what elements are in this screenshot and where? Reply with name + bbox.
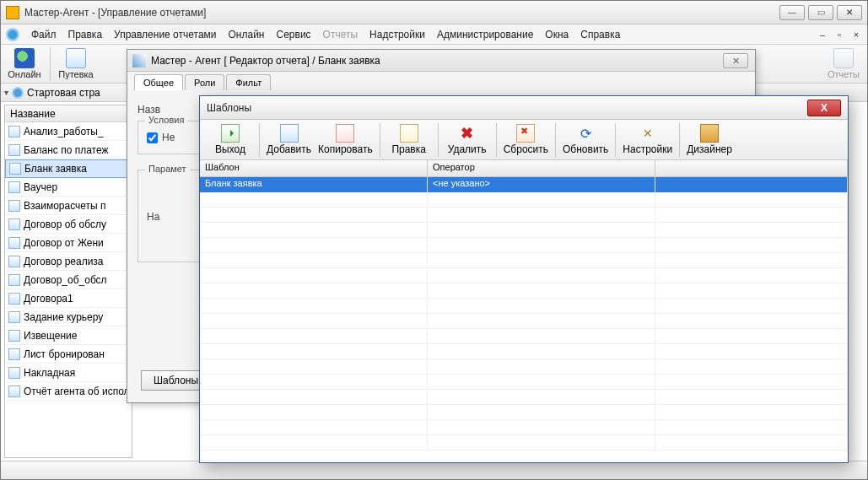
grid-row-empty[interactable] <box>200 238 848 253</box>
grid-row-empty[interactable] <box>200 192 848 208</box>
menu-reports-mgmt[interactable]: Управление отчетами <box>114 29 216 40</box>
tab-general[interactable]: Общее <box>134 74 183 90</box>
sidebar-item[interactable]: Взаиморасчеты п <box>5 197 132 215</box>
sidebar-item[interactable]: Баланс по платеж <box>5 141 132 159</box>
editor-icon <box>132 54 146 67</box>
chevron-down-icon[interactable]: ▾ <box>4 88 8 97</box>
sidebar-item[interactable]: Извещение <box>5 326 132 345</box>
grid-row-empty[interactable] <box>200 359 848 375</box>
grid-row[interactable]: Бланк заявка <не указано> <box>200 177 848 192</box>
toolbar-reset[interactable]: Сбросить <box>500 122 552 157</box>
sidebar-item[interactable]: Бланк заявка <box>5 159 132 178</box>
sidebar-item[interactable]: Договор от Жени <box>5 234 132 252</box>
sidebar-item[interactable]: Ваучер <box>5 178 132 197</box>
toolbar-copy[interactable]: Копировать <box>315 122 376 157</box>
grid-row-empty[interactable] <box>200 435 848 450</box>
sidebar-item-label: Договор_об_обсл <box>24 274 107 286</box>
templates-grid[interactable]: Шаблон Оператор Бланк заявка <не указано… <box>200 160 848 462</box>
maximize-button[interactable]: ▭ <box>808 5 833 20</box>
dialog-close-button[interactable]: X <box>807 100 841 116</box>
toolbar-refresh[interactable]: ⟳ Обновить <box>559 122 612 157</box>
toolbar-add[interactable]: Добавить <box>263 122 315 157</box>
sidebar-item[interactable]: Договор об обслу <box>5 215 132 234</box>
column-template[interactable]: Шаблон <box>200 160 428 176</box>
menu-help[interactable]: Справка <box>580 29 620 40</box>
reset-icon <box>516 124 535 143</box>
menu-file[interactable]: Файл <box>31 29 57 40</box>
menubar: Файл Правка Управление отчетами Онлайн С… <box>1 24 867 45</box>
report-icon <box>8 293 20 305</box>
mdi-minimize[interactable]: – <box>817 29 828 40</box>
sidebar-item[interactable]: Договора1 <box>5 289 132 308</box>
report-icon <box>8 237 20 249</box>
grid-row-empty[interactable] <box>200 420 848 435</box>
sidebar-item-label: Договор реализа <box>24 256 104 267</box>
templates-dialog: Шаблоны X Выход Добавить Копировать Прав… <box>199 95 849 463</box>
grid-row-empty[interactable] <box>200 344 848 359</box>
toolbar-exit[interactable]: Выход <box>205 122 256 157</box>
grid-row-empty[interactable] <box>200 405 848 420</box>
sidebar-header: Название <box>5 105 132 122</box>
editor-close-button[interactable]: ✕ <box>723 53 748 68</box>
sidebar-item[interactable]: Отчёт агента об исполнении по <box>5 382 132 401</box>
sidebar-item[interactable]: Договор реализа <box>5 252 132 271</box>
sidebar-item[interactable]: Договор_об_обсл <box>5 271 132 289</box>
sidebar-item-label: Договора1 <box>24 293 73 305</box>
menu-service[interactable]: Сервис <box>277 29 311 40</box>
toolbar-reports: Отчеты <box>825 48 862 79</box>
sidebar: Название Анализ_работы_Баланс по платежБ… <box>4 105 132 458</box>
editor-title: Мастер - Агент [ Редактор отчета] / Блан… <box>151 55 380 67</box>
grid-row-empty[interactable] <box>200 223 848 238</box>
toolbar-delete[interactable]: ✖ Удалить <box>442 122 493 157</box>
menu-edit[interactable]: Правка <box>68 29 103 40</box>
toolbar-edit[interactable]: Правка <box>384 122 434 157</box>
settings-icon: ✕ <box>639 124 657 143</box>
sidebar-item-label: Накладная <box>24 367 75 379</box>
tab-roles[interactable]: Роли <box>185 74 224 90</box>
toolbar-settings[interactable]: ✕ Настройки <box>619 122 676 157</box>
toolbar-online[interactable]: Онлайн <box>6 48 43 79</box>
grid-row-empty[interactable] <box>200 390 848 405</box>
toolbar-voucher[interactable]: Путевка <box>57 48 94 79</box>
delete-icon: ✖ <box>458 124 477 143</box>
sidebar-item[interactable]: Накладная <box>5 364 132 382</box>
toolbar-designer[interactable]: Дизайнер <box>683 122 736 157</box>
sidebar-item[interactable]: Задание курьеру <box>5 308 132 326</box>
grid-row-empty[interactable] <box>200 299 848 314</box>
start-page-tab[interactable]: Стартовая стра <box>27 87 100 99</box>
report-icon <box>8 311 20 323</box>
menu-online[interactable]: Онлайн <box>229 29 265 40</box>
gear-icon[interactable] <box>6 28 19 41</box>
sidebar-item[interactable]: Анализ_работы_ <box>5 122 132 141</box>
grid-row-empty[interactable] <box>200 208 848 223</box>
editor-tabs: Общее Роли Фильт <box>127 72 755 90</box>
globe-icon <box>14 48 35 68</box>
grid-row-empty[interactable] <box>200 253 848 268</box>
grid-row-empty[interactable] <box>200 329 848 344</box>
sidebar-item[interactable]: Лист бронирован <box>5 345 132 364</box>
edit-icon <box>400 124 418 143</box>
checkbox-ne-input[interactable] <box>147 132 158 143</box>
cell-template: Бланк заявка <box>200 177 428 192</box>
dialog-toolbar: Выход Добавить Копировать Правка ✖ Удали… <box>200 120 848 160</box>
menu-addons[interactable]: Надстройки <box>369 29 425 40</box>
report-icon <box>8 200 20 212</box>
grid-row-empty[interactable] <box>200 268 848 283</box>
sidebar-item-label: Отчёт агента об исполнении по <box>24 386 132 397</box>
designer-icon <box>700 124 719 143</box>
tab-filter[interactable]: Фильт <box>226 74 271 90</box>
grid-row-empty[interactable] <box>200 375 848 390</box>
mdi-restore[interactable]: ▫ <box>833 29 845 40</box>
menu-admin[interactable]: Администрирование <box>437 29 533 40</box>
copy-icon <box>336 124 354 143</box>
menu-windows[interactable]: Окна <box>545 29 569 40</box>
report-icon <box>8 274 20 286</box>
grid-row-empty[interactable] <box>200 283 848 299</box>
minimize-button[interactable]: — <box>779 5 805 20</box>
gear-icon <box>12 87 24 99</box>
mdi-close[interactable]: × <box>850 29 862 40</box>
column-operator[interactable]: Оператор <box>428 160 655 176</box>
close-button[interactable]: ✕ <box>837 5 862 20</box>
grid-row-empty[interactable] <box>200 314 848 329</box>
report-icon <box>8 218 20 230</box>
